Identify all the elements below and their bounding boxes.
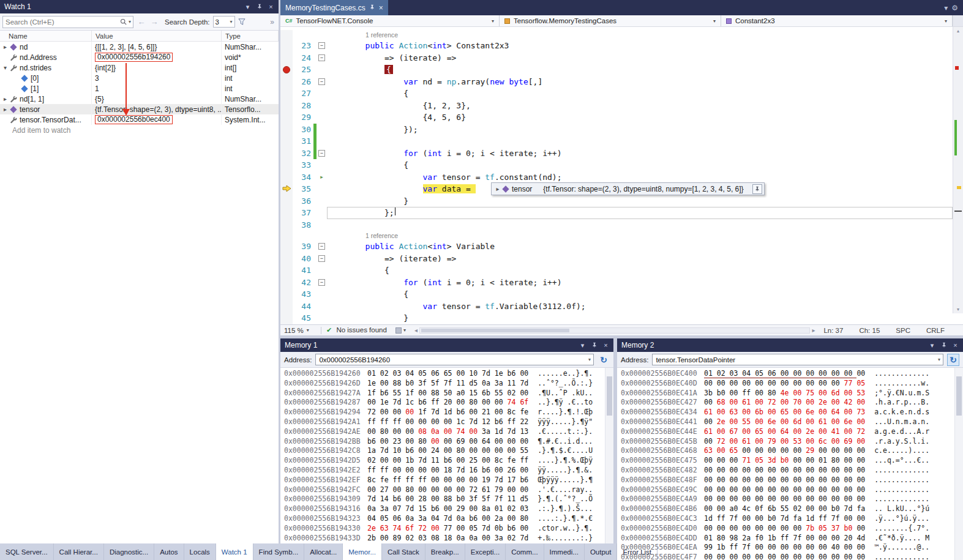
filter-icon[interactable] [238,17,245,28]
code-content[interactable]: { [327,159,953,171]
pin-icon[interactable] [369,4,375,12]
breakpoint-margin[interactable] [280,241,293,253]
breakpoint-icon[interactable] [283,66,290,73]
zoom-select[interactable]: 115 % ▾ [284,327,316,334]
memory2-hex-view[interactable]: 0x000002556B0EC40001 02 03 04 05 06 00 0… [617,368,963,560]
code-line[interactable]: 42−for (int i = 0; i < iterate; i++) [280,277,953,289]
code-area[interactable]: 1 reference23−public Action<int> Constan… [280,27,963,324]
issues-indicator[interactable]: ✔ No issues found [326,326,387,334]
tool-window-tab-output[interactable]: Output [585,543,618,560]
breakpoint-margin[interactable] [280,40,293,52]
tab-list-chevron-icon[interactable]: ▾ [944,4,948,12]
search-icon[interactable] [120,17,127,28]
breakpoint-margin[interactable] [280,301,293,313]
search-depth-select[interactable]: 3 ▾ [213,16,235,28]
watch-titlebar[interactable]: Watch 1 ▾ × [0,0,279,13]
breakpoint-margin[interactable] [280,207,293,219]
expander-icon[interactable]: ▸ [494,185,501,192]
code-content[interactable]: {1, 2, 3}, [327,100,953,112]
search-back-icon[interactable]: ← [137,17,146,26]
collapse-icon[interactable]: − [318,255,325,262]
watch-row[interactable]: ▸nd{[[1, 2, 3], [4, 5, 6]]}NumShar... [0,42,279,52]
tool-window-tab-autos[interactable]: Autos [154,543,184,560]
run-to-here-icon[interactable]: ▸ [320,174,323,180]
code-line[interactable]: 32−for (int i = 0; i < iterate; i++) [280,147,953,160]
code-line[interactable]: 26−var nd = np.array(new byte[,] [280,76,953,88]
breakpoint-margin[interactable] [280,30,293,40]
refresh-icon[interactable]: ↻ [598,354,610,366]
code-content[interactable]: 1 reference [327,231,953,241]
code-content[interactable]: { [327,88,953,100]
code-content[interactable]: {4, 5, 6} [327,111,953,124]
pin-icon[interactable] [939,340,949,350]
window-position-icon[interactable]: ▾ [577,340,588,350]
tool-window-tab-excepti[interactable]: Excepti... [465,543,506,560]
breakpoint-margin[interactable] [280,111,293,124]
formatting-button[interactable]: ▾ [395,327,406,334]
breakpoint-margin[interactable] [280,219,293,231]
code-line[interactable]: 31 [280,135,953,147]
close-icon[interactable]: × [601,340,611,350]
memory1-hex-view[interactable]: 0x000002556B19426001 02 03 04 05 06 65 0… [280,368,613,543]
breakpoint-margin[interactable] [280,171,293,184]
code-content[interactable]: } [327,195,953,207]
column-header-value[interactable]: Value [92,31,222,41]
watch-row[interactable]: [1]1int [0,83,279,94]
breakpoint-margin[interactable] [280,253,293,265]
code-line[interactable]: 41{ [280,264,953,277]
breakpoint-margin[interactable] [280,100,293,112]
code-line[interactable]: 40−=> (iterate) => [280,253,953,265]
scroll-down-icon[interactable]: ▾ [953,307,963,312]
gear-icon[interactable]: ⚙ [951,4,958,12]
watch-row[interactable]: nd.Address0x000002556b194260void* [0,52,279,62]
watch-row[interactable]: [0]3int [0,73,279,83]
watch-row[interactable]: ▸nd[1, 1]{5}NumShar... [0,94,279,104]
code-content[interactable] [327,219,953,231]
code-line[interactable]: 35var data = ▸tensor{tf.Tensor: shape=(2… [280,183,953,195]
code-content[interactable]: }); [327,124,953,136]
scroll-up-icon[interactable]: ▴ [953,28,963,34]
code-content[interactable]: => (iterate) => [327,253,953,265]
memory2-scrollbar[interactable] [954,368,963,560]
scrollbar-thumb[interactable] [421,329,569,332]
pin-icon[interactable] [752,184,762,194]
tool-window-tab-diagnostic[interactable]: Diagnostic... [104,543,154,560]
code-line[interactable]: 29{4, 5, 6} [280,111,953,124]
code-content[interactable]: => (iterate) => [327,52,953,64]
watch-row[interactable]: ▸tensor{tf.Tensor: shape=(2, 3), dtype=u… [0,104,279,114]
horizontal-scrollbar[interactable]: ◂ ▸ [411,327,819,334]
expander-icon[interactable]: ▸ [1,43,9,50]
pin-icon[interactable] [589,340,599,350]
code-content[interactable]: public Action<int> Constant2x3 [327,40,953,52]
code-content[interactable]: for (int i = 0; i < iterate; i++) [327,277,953,289]
code-content[interactable]: 1 reference [327,30,953,40]
member-dropdown[interactable]: Constant2x3 ▾ [721,15,953,26]
code-line[interactable]: 36} [280,195,953,207]
collapse-icon[interactable]: − [318,78,325,85]
close-icon[interactable]: × [950,340,961,350]
breakpoint-margin[interactable] [280,277,293,289]
breakpoint-margin[interactable] [280,159,293,171]
close-icon[interactable]: × [379,4,383,12]
code-content[interactable]: }; [327,207,953,219]
pin-icon[interactable] [254,2,264,12]
tool-window-tab-breakp[interactable]: Breakp... [425,543,465,560]
watch-row[interactable]: ▾nd.strides{int[2]}int[] [0,62,279,73]
tool-window-tab-immedi[interactable]: Immedi... [544,543,585,560]
tool-window-tab-comm[interactable]: Comm... [506,543,544,560]
tool-window-tab-call-stack[interactable]: Call Stack [382,543,425,560]
breakpoint-margin[interactable] [280,76,293,88]
breakpoint-margin[interactable] [280,124,293,136]
window-position-icon[interactable]: ▾ [927,340,937,350]
memory1-scrollbar[interactable] [605,368,613,543]
collapse-icon[interactable]: − [318,54,325,61]
close-icon[interactable]: × [266,2,276,12]
code-content[interactable]: { [327,288,953,301]
editor-vertical-scrollbar[interactable]: ▴ ▾ [953,27,963,313]
code-line[interactable]: 25{ [280,64,953,76]
code-line[interactable]: 44var tensor = tf.Variable(3112.0f); [280,301,953,313]
breakpoint-margin[interactable] [280,147,293,160]
code-line[interactable]: 30}); [280,124,953,136]
code-content[interactable]: for (int i = 0; i < iterate; i++) [327,147,953,160]
code-line[interactable]: 33{ [280,159,953,171]
